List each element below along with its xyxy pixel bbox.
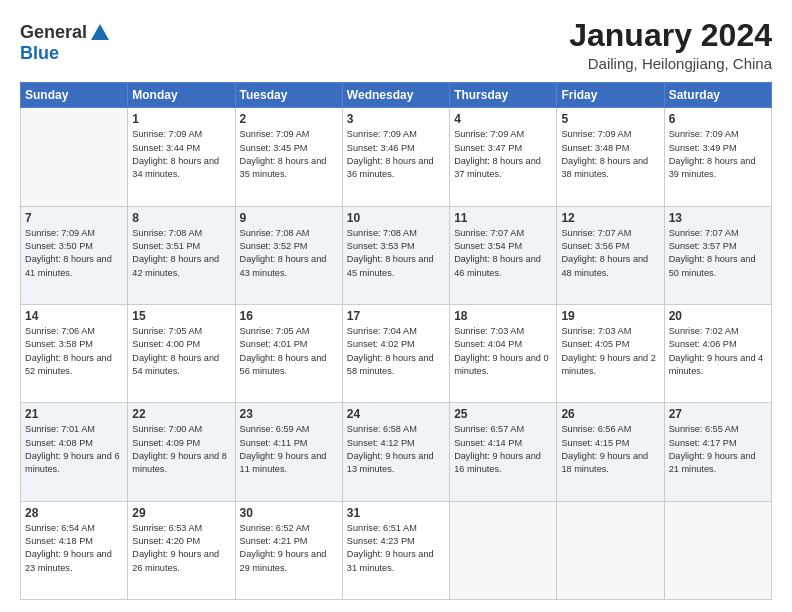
day-number: 11 [454,211,552,225]
day-number: 14 [25,309,123,323]
weekday-header-sunday: Sunday [21,83,128,108]
day-number: 27 [669,407,767,421]
day-info: Sunrise: 7:04 AMSunset: 4:02 PMDaylight:… [347,325,445,378]
calendar-cell [21,108,128,206]
weekday-header-friday: Friday [557,83,664,108]
calendar-week-row: 1Sunrise: 7:09 AMSunset: 3:44 PMDaylight… [21,108,772,206]
calendar-cell: 19Sunrise: 7:03 AMSunset: 4:05 PMDayligh… [557,304,664,402]
day-info: Sunrise: 6:51 AMSunset: 4:23 PMDaylight:… [347,522,445,575]
calendar-cell: 15Sunrise: 7:05 AMSunset: 4:00 PMDayligh… [128,304,235,402]
day-info: Sunrise: 7:06 AMSunset: 3:58 PMDaylight:… [25,325,123,378]
day-info: Sunrise: 6:59 AMSunset: 4:11 PMDaylight:… [240,423,338,476]
calendar-cell [664,501,771,599]
day-number: 30 [240,506,338,520]
day-number: 16 [240,309,338,323]
calendar-cell: 17Sunrise: 7:04 AMSunset: 4:02 PMDayligh… [342,304,449,402]
logo-general-text: General [20,23,87,43]
calendar-cell: 14Sunrise: 7:06 AMSunset: 3:58 PMDayligh… [21,304,128,402]
day-info: Sunrise: 6:55 AMSunset: 4:17 PMDaylight:… [669,423,767,476]
day-info: Sunrise: 7:08 AMSunset: 3:51 PMDaylight:… [132,227,230,280]
day-info: Sunrise: 6:53 AMSunset: 4:20 PMDaylight:… [132,522,230,575]
day-number: 8 [132,211,230,225]
day-number: 21 [25,407,123,421]
logo-blue-text: Blue [20,44,111,64]
day-info: Sunrise: 7:07 AMSunset: 3:57 PMDaylight:… [669,227,767,280]
day-number: 4 [454,112,552,126]
calendar-week-row: 14Sunrise: 7:06 AMSunset: 3:58 PMDayligh… [21,304,772,402]
calendar-week-row: 28Sunrise: 6:54 AMSunset: 4:18 PMDayligh… [21,501,772,599]
day-info: Sunrise: 7:01 AMSunset: 4:08 PMDaylight:… [25,423,123,476]
calendar-header-row: SundayMondayTuesdayWednesdayThursdayFrid… [21,83,772,108]
weekday-header-tuesday: Tuesday [235,83,342,108]
day-number: 12 [561,211,659,225]
day-number: 2 [240,112,338,126]
day-info: Sunrise: 6:54 AMSunset: 4:18 PMDaylight:… [25,522,123,575]
calendar-cell: 1Sunrise: 7:09 AMSunset: 3:44 PMDaylight… [128,108,235,206]
day-info: Sunrise: 7:05 AMSunset: 4:00 PMDaylight:… [132,325,230,378]
calendar-week-row: 7Sunrise: 7:09 AMSunset: 3:50 PMDaylight… [21,206,772,304]
day-number: 20 [669,309,767,323]
calendar-cell [557,501,664,599]
day-info: Sunrise: 6:52 AMSunset: 4:21 PMDaylight:… [240,522,338,575]
day-info: Sunrise: 6:58 AMSunset: 4:12 PMDaylight:… [347,423,445,476]
day-info: Sunrise: 7:03 AMSunset: 4:04 PMDaylight:… [454,325,552,378]
calendar-cell [450,501,557,599]
day-info: Sunrise: 7:09 AMSunset: 3:45 PMDaylight:… [240,128,338,181]
calendar-cell: 23Sunrise: 6:59 AMSunset: 4:11 PMDayligh… [235,403,342,501]
day-info: Sunrise: 6:56 AMSunset: 4:15 PMDaylight:… [561,423,659,476]
day-number: 29 [132,506,230,520]
svg-marker-0 [91,24,109,40]
header: General Blue January 2024 Dailing, Heilo… [20,18,772,72]
calendar-cell: 10Sunrise: 7:08 AMSunset: 3:53 PMDayligh… [342,206,449,304]
day-number: 26 [561,407,659,421]
weekday-header-thursday: Thursday [450,83,557,108]
day-number: 17 [347,309,445,323]
calendar-cell: 21Sunrise: 7:01 AMSunset: 4:08 PMDayligh… [21,403,128,501]
day-info: Sunrise: 7:09 AMSunset: 3:48 PMDaylight:… [561,128,659,181]
day-info: Sunrise: 7:08 AMSunset: 3:52 PMDaylight:… [240,227,338,280]
day-number: 9 [240,211,338,225]
calendar-cell: 25Sunrise: 6:57 AMSunset: 4:14 PMDayligh… [450,403,557,501]
day-number: 19 [561,309,659,323]
day-number: 22 [132,407,230,421]
day-info: Sunrise: 7:08 AMSunset: 3:53 PMDaylight:… [347,227,445,280]
calendar-cell: 13Sunrise: 7:07 AMSunset: 3:57 PMDayligh… [664,206,771,304]
calendar-cell: 20Sunrise: 7:02 AMSunset: 4:06 PMDayligh… [664,304,771,402]
day-info: Sunrise: 7:02 AMSunset: 4:06 PMDaylight:… [669,325,767,378]
calendar-cell: 5Sunrise: 7:09 AMSunset: 3:48 PMDaylight… [557,108,664,206]
calendar-cell: 8Sunrise: 7:08 AMSunset: 3:51 PMDaylight… [128,206,235,304]
day-info: Sunrise: 7:09 AMSunset: 3:44 PMDaylight:… [132,128,230,181]
day-info: Sunrise: 7:09 AMSunset: 3:49 PMDaylight:… [669,128,767,181]
day-number: 7 [25,211,123,225]
calendar-cell: 29Sunrise: 6:53 AMSunset: 4:20 PMDayligh… [128,501,235,599]
day-number: 3 [347,112,445,126]
day-info: Sunrise: 7:00 AMSunset: 4:09 PMDaylight:… [132,423,230,476]
calendar-cell: 30Sunrise: 6:52 AMSunset: 4:21 PMDayligh… [235,501,342,599]
day-number: 18 [454,309,552,323]
logo-icon [89,22,111,44]
day-info: Sunrise: 7:09 AMSunset: 3:46 PMDaylight:… [347,128,445,181]
day-info: Sunrise: 7:07 AMSunset: 3:56 PMDaylight:… [561,227,659,280]
calendar-cell: 16Sunrise: 7:05 AMSunset: 4:01 PMDayligh… [235,304,342,402]
day-info: Sunrise: 6:57 AMSunset: 4:14 PMDaylight:… [454,423,552,476]
day-info: Sunrise: 7:09 AMSunset: 3:50 PMDaylight:… [25,227,123,280]
calendar-cell: 12Sunrise: 7:07 AMSunset: 3:56 PMDayligh… [557,206,664,304]
page: General Blue January 2024 Dailing, Heilo… [0,0,792,612]
day-number: 24 [347,407,445,421]
day-info: Sunrise: 7:09 AMSunset: 3:47 PMDaylight:… [454,128,552,181]
logo: General Blue [20,22,111,64]
day-number: 25 [454,407,552,421]
calendar-cell: 27Sunrise: 6:55 AMSunset: 4:17 PMDayligh… [664,403,771,501]
calendar-cell: 26Sunrise: 6:56 AMSunset: 4:15 PMDayligh… [557,403,664,501]
location: Dailing, Heilongjiang, China [569,55,772,72]
calendar-cell: 9Sunrise: 7:08 AMSunset: 3:52 PMDaylight… [235,206,342,304]
calendar-cell: 4Sunrise: 7:09 AMSunset: 3:47 PMDaylight… [450,108,557,206]
day-number: 15 [132,309,230,323]
weekday-header-saturday: Saturday [664,83,771,108]
month-title: January 2024 [569,18,772,53]
day-info: Sunrise: 7:05 AMSunset: 4:01 PMDaylight:… [240,325,338,378]
calendar-cell: 28Sunrise: 6:54 AMSunset: 4:18 PMDayligh… [21,501,128,599]
calendar-table: SundayMondayTuesdayWednesdayThursdayFrid… [20,82,772,600]
day-info: Sunrise: 7:07 AMSunset: 3:54 PMDaylight:… [454,227,552,280]
day-number: 23 [240,407,338,421]
